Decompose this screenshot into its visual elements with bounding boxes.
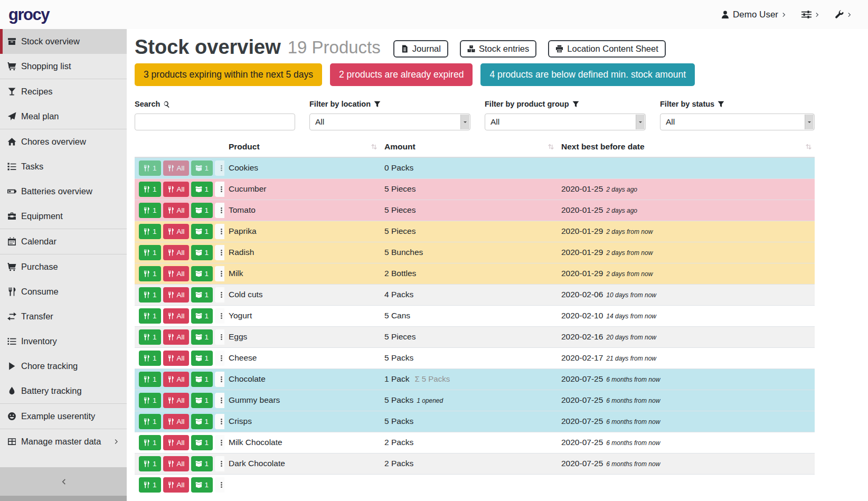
consume-one-button[interactable]: 1	[139, 308, 161, 324]
open-one-button[interactable]: 1	[191, 203, 213, 218]
consume-one-button[interactable]: 1	[139, 414, 161, 429]
consume-all-button[interactable]: All	[163, 203, 189, 218]
sidebar-item-chores-overview[interactable]: Chores overview	[0, 129, 127, 154]
location-content-sheet-button[interactable]: Location Content Sheet	[548, 40, 665, 58]
consume-all-button[interactable]: All	[163, 414, 189, 429]
consume-all-button[interactable]: All	[163, 308, 189, 324]
open-one-button[interactable]: 1	[191, 456, 213, 471]
row-menu-button[interactable]	[215, 477, 224, 493]
row-menu-button[interactable]	[215, 245, 224, 260]
open-one-button[interactable]: 1	[191, 435, 213, 450]
status-alert[interactable]: 2 products are already expired	[330, 63, 473, 86]
consume-all-button[interactable]: All	[163, 351, 189, 366]
open-one-button[interactable]: 1	[191, 372, 213, 387]
sidebar-item-manage-master-data[interactable]: Manage master data	[0, 429, 127, 454]
row-menu-button[interactable]	[215, 203, 224, 218]
sidebar-item-purchase[interactable]: Purchase	[0, 254, 127, 279]
open-one-button[interactable]: 1	[191, 414, 213, 429]
open-one-button[interactable]: 1	[191, 351, 213, 366]
open-one-button[interactable]: 1	[191, 182, 213, 197]
consume-one-button[interactable]: 1	[139, 329, 161, 345]
open-one-button[interactable]: 1	[191, 329, 213, 345]
sidebar-item-example-userentity[interactable]: Example userentity	[0, 404, 127, 429]
consume-all-button[interactable]: All	[163, 435, 189, 450]
sort-icon[interactable]	[548, 144, 554, 150]
consume-all-button[interactable]: All	[163, 287, 189, 303]
consume-one-button[interactable]: 1	[139, 182, 161, 197]
consume-all-button[interactable]: All	[163, 266, 189, 281]
location-select[interactable]: All	[309, 114, 470, 130]
sidebar-item-battery-tracking[interactable]: Battery tracking	[0, 379, 127, 403]
row-menu-button[interactable]	[215, 414, 224, 429]
consume-all-button[interactable]: All	[163, 456, 189, 471]
status-select[interactable]: All	[660, 114, 815, 130]
journal-button[interactable]: Journal	[393, 40, 448, 58]
status-alert[interactable]: 4 products are below defined min. stock …	[480, 63, 695, 86]
date-column-header[interactable]: Next best before date	[557, 137, 815, 157]
consume-all-button[interactable]: All	[163, 477, 189, 493]
sort-icon[interactable]	[371, 144, 378, 150]
admin-menu[interactable]	[835, 10, 852, 19]
row-menu-button[interactable]	[215, 372, 224, 387]
sidebar-item-transfer[interactable]: Transfer	[0, 304, 127, 329]
open-one-button[interactable]: 1	[191, 393, 213, 408]
app-logo[interactable]: grocy	[8, 5, 49, 24]
consume-one-button[interactable]: 1	[139, 224, 161, 239]
open-one-button[interactable]: 1	[191, 245, 213, 260]
user-menu[interactable]: Demo User	[721, 10, 787, 20]
stock-entries-button[interactable]: Stock entries	[460, 40, 536, 58]
row-menu-button[interactable]	[215, 435, 224, 450]
sidebar-item-tasks[interactable]: Tasks	[0, 154, 127, 179]
row-menu-button[interactable]	[215, 266, 224, 281]
consume-one-button[interactable]: 1	[139, 160, 161, 176]
sidebar-item-chore-tracking[interactable]: Chore tracking	[0, 354, 127, 379]
open-one-button[interactable]: 1	[191, 477, 213, 493]
consume-one-button[interactable]: 1	[139, 245, 161, 260]
consume-one-button[interactable]: 1	[139, 435, 161, 450]
open-one-button[interactable]: 1	[191, 287, 213, 303]
consume-all-button[interactable]: All	[163, 224, 189, 239]
amount-column-header[interactable]: Amount	[380, 137, 557, 157]
consume-one-button[interactable]: 1	[139, 287, 161, 303]
consume-all-button[interactable]: All	[163, 393, 189, 408]
row-menu-button[interactable]	[215, 456, 224, 471]
sidebar-item-inventory[interactable]: Inventory	[0, 329, 127, 354]
consume-one-button[interactable]: 1	[139, 456, 161, 471]
open-one-button[interactable]: 1	[191, 160, 213, 176]
consume-one-button[interactable]: 1	[139, 393, 161, 408]
sidebar-item-meal-plan[interactable]: Meal plan	[0, 104, 127, 129]
sidebar-item-equipment[interactable]: Equipment	[0, 204, 127, 229]
consume-one-button[interactable]: 1	[139, 372, 161, 387]
row-menu-button[interactable]	[215, 329, 224, 345]
sidebar-item-batteries-overview[interactable]: Batteries overview	[0, 179, 127, 204]
open-one-button[interactable]: 1	[191, 266, 213, 281]
consume-all-button[interactable]: All	[163, 245, 189, 260]
consume-one-button[interactable]: 1	[139, 477, 161, 493]
sidebar-collapse-button[interactable]	[0, 467, 127, 496]
sort-icon[interactable]	[805, 144, 812, 150]
product-column-header[interactable]: Product	[224, 137, 380, 157]
consume-one-button[interactable]: 1	[139, 203, 161, 218]
row-menu-button[interactable]	[215, 287, 224, 303]
row-menu-button[interactable]	[215, 224, 224, 239]
settings-menu[interactable]	[801, 10, 820, 20]
consume-one-button[interactable]: 1	[139, 266, 161, 281]
consume-all-button[interactable]: All	[163, 160, 189, 176]
consume-all-button[interactable]: All	[163, 182, 189, 197]
open-one-button[interactable]: 1	[191, 308, 213, 324]
sidebar-item-shopping-list[interactable]: Shopping list	[0, 54, 127, 79]
sidebar-item-stock-overview[interactable]: Stock overview	[0, 29, 127, 54]
product-group-select[interactable]: All	[485, 114, 646, 130]
row-menu-button[interactable]	[215, 182, 224, 197]
sidebar-item-calendar[interactable]: Calendar	[0, 229, 127, 254]
sidebar-item-recipes[interactable]: Recipes	[0, 79, 127, 104]
open-one-button[interactable]: 1	[191, 224, 213, 239]
row-menu-button[interactable]	[215, 160, 224, 176]
consume-all-button[interactable]: All	[163, 372, 189, 387]
consume-one-button[interactable]: 1	[139, 351, 161, 366]
row-menu-button[interactable]	[215, 308, 224, 324]
search-input[interactable]	[135, 114, 295, 130]
consume-all-button[interactable]: All	[163, 329, 189, 345]
sidebar-item-consume[interactable]: Consume	[0, 279, 127, 304]
row-menu-button[interactable]	[215, 351, 224, 366]
